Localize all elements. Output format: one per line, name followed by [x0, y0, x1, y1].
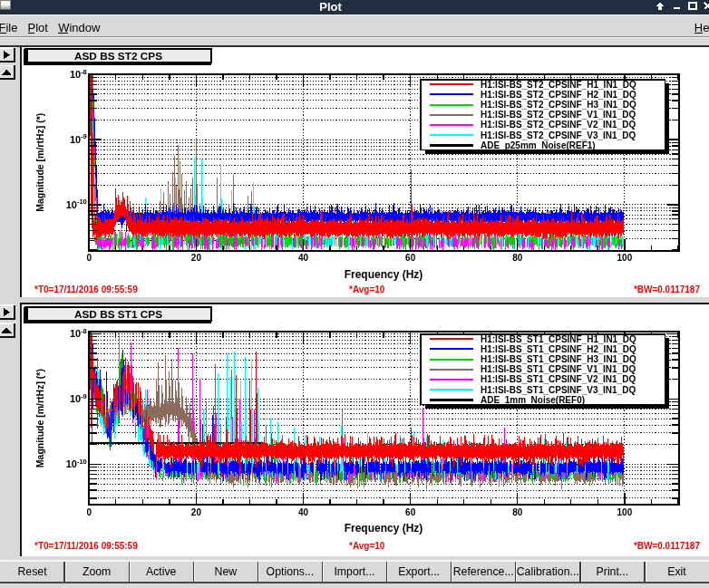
svg-text:Frequency (Hz): Frequency (Hz)	[345, 522, 423, 535]
svg-text:10-9: 10-9	[70, 132, 87, 145]
svg-text:ADE_1mm_Noise(REF0): ADE_1mm_Noise(REF0)	[481, 395, 585, 405]
svg-text:*Avg=10: *Avg=10	[349, 541, 385, 551]
svg-text:*T0=17/11/2016 09:55:59: *T0=17/11/2016 09:55:59	[34, 541, 138, 551]
svg-text:60: 60	[405, 253, 416, 263]
svg-text:H1:ISI-BS_ST2_CPSINF_H2_IN1_DQ: H1:ISI-BS_ST2_CPSINF_H2_IN1_DQ	[481, 90, 636, 100]
svg-text:File: File	[0, 21, 17, 34]
svg-text:10-10: 10-10	[66, 458, 87, 470]
svg-text:Import...: Import...	[334, 565, 374, 578]
svg-text:20: 20	[191, 507, 202, 517]
svg-text:Help: Help	[694, 21, 709, 34]
svg-text:H1:ISI-BS_ST1_CPSINF_H1_IN1_DQ: H1:ISI-BS_ST1_CPSINF_H1_IN1_DQ	[481, 334, 636, 344]
svg-text:H1:ISI-BS_ST1_CPSINF_V3_IN1_DQ: H1:ISI-BS_ST1_CPSINF_V3_IN1_DQ	[481, 385, 636, 395]
svg-text:Magnitude [m/rtHz] (*): Magnitude [m/rtHz] (*)	[35, 113, 46, 212]
svg-text:80: 80	[512, 507, 523, 517]
svg-text:10-10: 10-10	[66, 198, 87, 210]
svg-text:Plot: Plot	[319, 0, 342, 14]
svg-text:10-8: 10-8	[70, 327, 87, 340]
svg-text:New: New	[215, 565, 238, 578]
svg-text:H1:ISI-BS_ST2_CPSINF_H1_IN1_DQ: H1:ISI-BS_ST2_CPSINF_H1_IN1_DQ	[481, 80, 636, 90]
svg-text:*BW=0.0117187: *BW=0.0117187	[634, 541, 701, 551]
svg-text:60: 60	[405, 507, 416, 517]
svg-text:Magnitude [m/rtHz] (*): Magnitude [m/rtHz] (*)	[35, 369, 46, 468]
svg-text:ASD BS ST2 CPS: ASD BS ST2 CPS	[74, 50, 162, 63]
svg-text:40: 40	[298, 507, 309, 517]
svg-text:*BW=0.0117187: *BW=0.0117187	[634, 284, 701, 294]
svg-text:H1:ISI-BS_ST1_CPSINF_H3_IN1_DQ: H1:ISI-BS_ST1_CPSINF_H3_IN1_DQ	[481, 354, 636, 364]
svg-text:ASD BS ST1 CPS: ASD BS ST1 CPS	[74, 308, 162, 321]
svg-text:H1:ISI-BS_ST2_CPSINF_V3_IN1_DQ: H1:ISI-BS_ST2_CPSINF_V3_IN1_DQ	[481, 130, 636, 140]
svg-text:H1:ISI-BS_ST2_CPSINF_H3_IN1_DQ: H1:ISI-BS_ST2_CPSINF_H3_IN1_DQ	[481, 100, 636, 110]
svg-text:Export...: Export...	[398, 565, 440, 578]
svg-text:10-9: 10-9	[70, 392, 87, 405]
svg-text:20: 20	[191, 253, 202, 263]
svg-text:100: 100	[617, 253, 633, 263]
svg-text:H1:ISI-BS_ST1_CPSINF_V2_IN1_DQ: H1:ISI-BS_ST1_CPSINF_V2_IN1_DQ	[481, 374, 636, 384]
svg-text:Exit: Exit	[667, 565, 686, 578]
svg-text:Reset: Reset	[17, 565, 47, 578]
svg-text:Reference...: Reference...	[453, 565, 514, 578]
svg-text:Frequency (Hz): Frequency (Hz)	[345, 268, 423, 281]
svg-text:Active: Active	[146, 565, 177, 578]
svg-text:10-8: 10-8	[70, 68, 87, 81]
svg-text:40: 40	[298, 253, 309, 263]
svg-text:Plot: Plot	[28, 21, 49, 34]
svg-text:*T0=17/11/2016 09:55:59: *T0=17/11/2016 09:55:59	[34, 284, 138, 294]
svg-text:H1:ISI-BS_ST2_CPSINF_V2_IN1_DQ: H1:ISI-BS_ST2_CPSINF_V2_IN1_DQ	[481, 120, 636, 130]
svg-text:*Avg=10: *Avg=10	[349, 284, 385, 294]
svg-text:H1:ISI-BS_ST1_CPSINF_V1_IN1_DQ: H1:ISI-BS_ST1_CPSINF_V1_IN1_DQ	[481, 364, 636, 374]
svg-text:100: 100	[617, 507, 633, 517]
svg-text:ADE_p25mm_Noise(REF1): ADE_p25mm_Noise(REF1)	[481, 140, 596, 150]
svg-text:Window: Window	[58, 21, 101, 34]
svg-text:Options...: Options...	[267, 565, 315, 578]
svg-text:H1:ISI-BS_ST2_CPSINF_V1_IN1_DQ: H1:ISI-BS_ST2_CPSINF_V1_IN1_DQ	[481, 110, 636, 120]
svg-text:Print...: Print...	[597, 565, 629, 578]
svg-text:0: 0	[87, 507, 92, 517]
svg-text:H1:ISI-BS_ST1_CPSINF_H2_IN1_DQ: H1:ISI-BS_ST1_CPSINF_H2_IN1_DQ	[481, 344, 636, 354]
svg-text:0: 0	[87, 253, 92, 263]
svg-text:80: 80	[512, 253, 523, 263]
svg-text:Calibration...: Calibration...	[517, 565, 579, 578]
svg-text:Zoom: Zoom	[83, 565, 111, 578]
